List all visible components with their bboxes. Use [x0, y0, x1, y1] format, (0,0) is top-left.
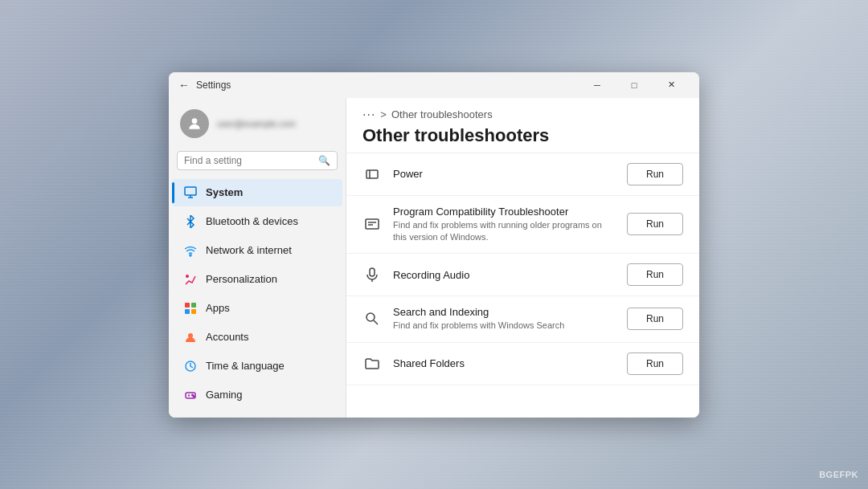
apps-icon: [183, 301, 198, 316]
time-icon: [183, 359, 198, 373]
avatar: [180, 109, 209, 138]
svg-point-5: [186, 275, 189, 278]
search-title: Search and Indexing: [393, 306, 616, 318]
sidebar-item-time[interactable]: Time & language: [172, 352, 342, 380]
accounts-icon: [183, 330, 198, 344]
recording-audio-run-button[interactable]: Run: [627, 263, 683, 286]
bluetooth-icon: [183, 214, 198, 229]
minimize-button[interactable]: ─: [579, 72, 616, 98]
sidebar-item-accounts[interactable]: Accounts: [172, 324, 342, 351]
time-label: Time & language: [206, 360, 285, 372]
accounts-label: Accounts: [206, 331, 248, 343]
svg-point-0: [192, 118, 198, 124]
power-run-button[interactable]: Run: [627, 163, 683, 185]
close-button[interactable]: ✕: [653, 72, 690, 98]
svg-rect-6: [185, 303, 190, 308]
bluetooth-label: Bluetooth & devices: [206, 215, 298, 227]
troubleshooters-list: Power Run Program Compatibility Tro: [346, 153, 699, 418]
breadcrumb-sep: >: [380, 108, 387, 120]
sidebar-item-bluetooth[interactable]: Bluetooth & devices: [172, 208, 342, 235]
recording-audio-title: Recording Audio: [393, 269, 616, 281]
compat-run-button[interactable]: Run: [627, 213, 683, 235]
shared-folders-info: Shared Folders: [393, 357, 616, 369]
main-content: ··· > Other troubleshooters Other troubl…: [346, 98, 699, 418]
svg-rect-19: [366, 219, 379, 229]
apps-label: Apps: [206, 302, 230, 314]
window-title: Settings: [196, 79, 231, 91]
title-bar-left: ← Settings: [178, 79, 231, 92]
svg-line-25: [374, 320, 378, 324]
system-label: System: [206, 186, 243, 198]
compat-info: Program Compatibility Troubleshooter Fin…: [393, 206, 616, 244]
compat-desc: Find and fix problems with running older…: [393, 219, 616, 244]
breadcrumb-dots: ···: [362, 108, 375, 122]
settings-window: ← Settings ─ □ ✕ user@example.com: [169, 72, 699, 418]
watermark: BGEFPK: [819, 470, 858, 479]
folder-icon: [362, 354, 382, 373]
svg-point-4: [190, 255, 191, 256]
svg-rect-17: [366, 170, 378, 178]
search-desc: Find and fix problems with Windows Searc…: [393, 320, 616, 332]
search-input[interactable]: [184, 155, 313, 166]
recording-audio-info: Recording Audio: [393, 269, 616, 281]
svg-rect-8: [185, 309, 190, 314]
page-title: Other troubleshooters: [362, 125, 683, 146]
sidebar-item-personalization[interactable]: Personalization: [172, 266, 342, 293]
compat-title: Program Compatibility Troubleshooter: [393, 206, 616, 218]
back-icon[interactable]: ←: [178, 79, 190, 92]
title-bar-controls: ─ □ ✕: [579, 72, 690, 98]
svg-rect-9: [191, 309, 196, 314]
sidebar-item-apps[interactable]: Apps: [172, 295, 342, 322]
personalization-label: Personalization: [206, 273, 277, 285]
network-label: Network & internet: [206, 244, 292, 256]
troubleshooter-shared-folders: Shared Folders Run: [346, 343, 699, 385]
shared-folders-title: Shared Folders: [393, 357, 616, 369]
user-section: user@example.com: [169, 101, 346, 146]
breadcrumb-label: Other troubleshooters: [391, 108, 493, 120]
svg-point-24: [366, 313, 375, 321]
svg-point-16: [193, 395, 194, 397]
window-body: user@example.com 🔍 System: [169, 98, 699, 418]
sidebar: user@example.com 🔍 System: [169, 98, 346, 418]
search-run-button[interactable]: Run: [627, 308, 683, 330]
power-info: Power: [393, 168, 616, 180]
gaming-icon: [183, 388, 198, 402]
gaming-label: Gaming: [206, 389, 243, 401]
search-box[interactable]: 🔍: [177, 151, 338, 170]
search-info: Search and Indexing Find and fix problem…: [393, 306, 616, 332]
troubleshooter-search: Search and Indexing Find and fix problem…: [346, 296, 699, 342]
sidebar-item-system[interactable]: System: [172, 179, 342, 206]
network-icon: [183, 243, 198, 258]
maximize-button[interactable]: □: [616, 72, 653, 98]
search-icon: 🔍: [318, 155, 330, 166]
breadcrumb: ··· > Other troubleshooters: [362, 108, 683, 122]
user-email: user@example.com: [217, 119, 296, 128]
troubleshooter-recording-audio: Recording Audio Run: [346, 254, 699, 296]
power-icon: [362, 165, 382, 184]
search-icon: [362, 309, 382, 328]
svg-rect-22: [370, 268, 375, 276]
sidebar-item-gaming[interactable]: Gaming: [172, 381, 342, 409]
content-header: ··· > Other troubleshooters Other troubl…: [346, 98, 699, 153]
compat-icon: [362, 214, 382, 234]
personalization-icon: [183, 272, 198, 287]
sidebar-item-network[interactable]: Network & internet: [172, 237, 342, 264]
power-title: Power: [393, 168, 616, 180]
troubleshooter-power: Power Run: [346, 153, 699, 196]
mic-icon: [362, 265, 382, 284]
svg-rect-7: [191, 303, 196, 308]
svg-rect-1: [185, 187, 196, 195]
troubleshooter-compat: Program Compatibility Troubleshooter Fin…: [346, 196, 699, 255]
system-icon: [183, 185, 198, 200]
title-bar: ← Settings ─ □ ✕: [169, 72, 699, 98]
shared-folders-run-button[interactable]: Run: [627, 352, 683, 375]
